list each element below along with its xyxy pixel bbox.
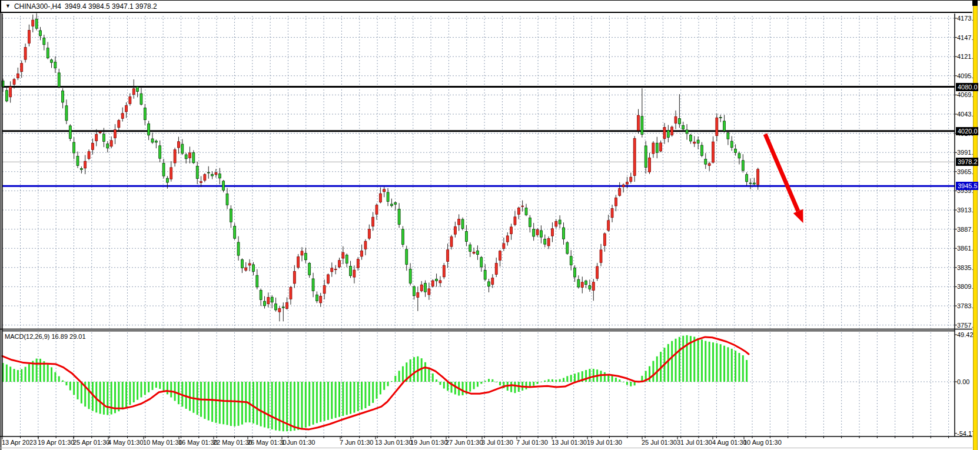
time-tick-label: 13 Apr 2023	[2, 439, 36, 446]
price-label-4020.0: 4020.0	[956, 127, 978, 135]
time-tick-label: 10 May 01:30	[143, 439, 182, 446]
time-tick-label: 16 May 01:30	[178, 439, 218, 446]
bottom-divider	[0, 448, 972, 448]
chart-title-bar: ▼ CHINA300-,H4 3949.4 3984.5 3947.1 3978…	[0, 1, 972, 13]
time-tick-label: 26 May 01:30	[247, 439, 287, 446]
window-edge-cap	[972, 1, 978, 6]
time-tick-label: 27 Jun 01:30	[446, 439, 483, 446]
price-label-3945.5: 3945.5	[956, 182, 978, 190]
ohlc-readout: 3949.4 3984.5 3947.1 3978.2	[65, 2, 157, 11]
macd-histogram	[3, 335, 747, 431]
time-tick-label: 22 May 01:30	[213, 439, 253, 446]
price-label-3978.2: 3978.2	[956, 158, 978, 166]
time-tick-label: 7 Jun 01:30	[340, 439, 374, 446]
chart-window: ▼ CHINA300-,H4 3949.4 3984.5 3947.1 3978…	[0, 0, 980, 450]
candlesticks	[2, 13, 759, 321]
time-tick-label: 1 Jun 01:30	[281, 439, 315, 446]
time-tick-label: 13 Jul 01:30	[552, 439, 587, 446]
time-tick-label: 25 Jul 01:30	[642, 439, 677, 446]
time-tick-label: 4 May 01:30	[108, 439, 144, 446]
chart-canvas[interactable]	[0, 1, 980, 450]
macd-tick-label: 49.42	[957, 331, 974, 338]
time-tick-label: 19 Jul 01:30	[587, 439, 622, 446]
window-edge-strip	[973, 1, 978, 450]
time-tick-label: 10 Aug 01:30	[743, 439, 782, 446]
macd-tick-label: 0.00	[957, 378, 969, 385]
time-tick-label: 7 Jul 01:30	[516, 439, 548, 446]
time-tick-label: 19 Jun 01:30	[410, 439, 448, 446]
time-tick-label: 3 Jul 01:30	[481, 439, 513, 446]
gridlines	[2, 16, 955, 436]
time-tick-label: 13 Jun 01:30	[375, 439, 413, 446]
symbol-dropdown-icon[interactable]: ▼	[5, 4, 11, 9]
macd-indicator-label: MACD(12,26,9) 16.89 29.01	[5, 333, 86, 340]
symbol-period-label: CHINA300-,H4	[14, 2, 61, 11]
time-tick-label: 25 Apr 01:30	[73, 439, 109, 446]
price-label-4080.0: 4080.0	[956, 83, 978, 91]
time-tick-label: 31 Jul 01:30	[677, 439, 712, 446]
time-tick-label: 19 Apr 01:30	[38, 439, 74, 446]
time-tick-label: 4 Aug 01:30	[712, 439, 747, 446]
